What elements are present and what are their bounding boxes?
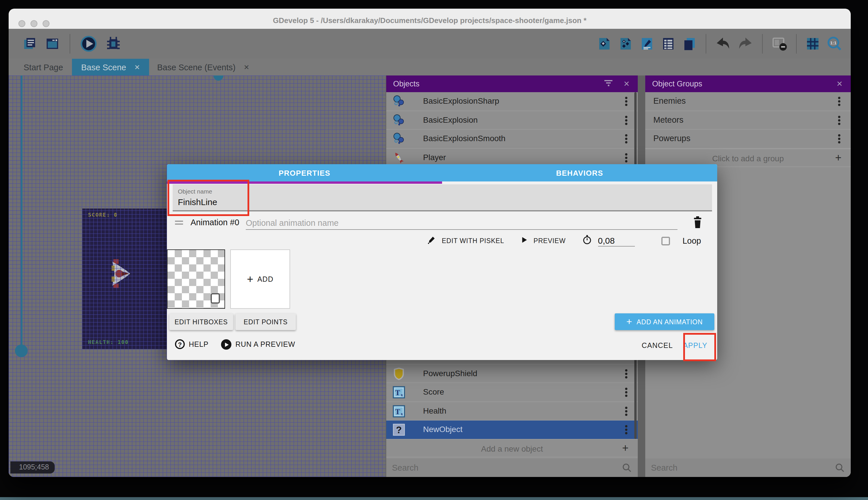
object-menu-icon[interactable] bbox=[625, 138, 627, 140]
group-row-Enemies[interactable]: Enemies bbox=[645, 92, 851, 111]
objects-panel-header: Objects ✕ bbox=[386, 76, 638, 92]
close-panel-icon[interactable]: ✕ bbox=[623, 79, 630, 88]
animation-tools-row: EDIT WITH PISKEL PREVIEW Loop bbox=[427, 233, 701, 248]
drag-handle-icon[interactable] bbox=[175, 220, 183, 222]
groups-list: EnemiesMeteorsPowerups bbox=[645, 92, 851, 148]
group-menu-icon[interactable] bbox=[838, 138, 840, 140]
grid-toggle-icon[interactable] bbox=[805, 36, 820, 51]
plus-icon: + bbox=[247, 273, 253, 285]
object-row-BasicExplosionSharp[interactable]: BasicExplosionSharp bbox=[386, 92, 638, 111]
stopwatch-icon bbox=[582, 235, 592, 247]
object-row-BasicExplosion[interactable]: BasicExplosion bbox=[386, 111, 638, 129]
edit-points-button[interactable]: EDIT POINTS bbox=[235, 314, 296, 330]
search-icon bbox=[622, 463, 632, 473]
play-preview-icon[interactable] bbox=[80, 35, 97, 53]
screenshot-stage: GDevelop 5 - /Users/dkarakay/Documents/G… bbox=[0, 0, 868, 500]
group-row-Powerups[interactable]: Powerups bbox=[645, 129, 851, 148]
tab-base-scene[interactable]: Base Scene ✕ bbox=[72, 59, 149, 76]
objects-editor-icon[interactable] bbox=[597, 36, 612, 51]
object-menu-icon[interactable] bbox=[625, 100, 627, 103]
svg-text:T: T bbox=[395, 388, 400, 397]
group-menu-icon[interactable] bbox=[838, 119, 840, 121]
animation-frame-thumbnail[interactable] bbox=[167, 249, 225, 309]
frame-duration-input[interactable] bbox=[598, 235, 635, 246]
object-row-PowerupShield[interactable]: PowerupShield bbox=[386, 364, 638, 383]
object-menu-icon[interactable] bbox=[625, 372, 627, 375]
question-icon: ? bbox=[391, 422, 406, 437]
object-row-BasicExplosionSmooth[interactable]: BasicExplosionSmooth bbox=[386, 129, 638, 148]
add-animation-button[interactable]: + ADD AN ANIMATION bbox=[615, 314, 714, 330]
object-row-Score[interactable]: TxScore bbox=[386, 383, 638, 402]
add-object-row[interactable]: Add a new object + bbox=[386, 439, 638, 457]
close-panel-icon[interactable]: ✕ bbox=[836, 79, 843, 88]
run-preview-button[interactable]: RUN A PREVIEW bbox=[221, 339, 295, 350]
project-manager-icon[interactable] bbox=[22, 36, 37, 51]
object-menu-icon[interactable] bbox=[625, 119, 627, 121]
tab-start-page[interactable]: Start Page bbox=[14, 59, 72, 76]
objects-search-input[interactable] bbox=[392, 461, 593, 475]
close-tab-icon[interactable]: ✕ bbox=[244, 63, 249, 71]
rocket-icon bbox=[391, 150, 406, 165]
object-menu-icon[interactable] bbox=[625, 410, 627, 412]
add-frame-tile[interactable]: + ADD bbox=[230, 249, 290, 309]
layers-icon[interactable] bbox=[682, 36, 697, 51]
help-button[interactable]: ? HELP bbox=[175, 339, 209, 349]
scene-window-icon[interactable] bbox=[45, 36, 60, 51]
groups-panel-title: Object Groups bbox=[652, 79, 836, 88]
mask-toggle-icon[interactable] bbox=[771, 36, 787, 52]
text-object-icon: Tx bbox=[391, 385, 406, 400]
selection-edge-line bbox=[21, 76, 22, 351]
object-row-Health[interactable]: TxHealth bbox=[386, 402, 638, 421]
objects-search-row bbox=[386, 458, 638, 477]
object-groups-icon[interactable] bbox=[618, 36, 633, 51]
close-tab-icon[interactable]: ✕ bbox=[134, 63, 140, 71]
redo-icon[interactable] bbox=[737, 36, 753, 52]
preview-play-icon bbox=[520, 236, 528, 246]
group-name: Powerups bbox=[653, 134, 690, 143]
svg-text:x: x bbox=[401, 411, 403, 416]
animation-name-input[interactable] bbox=[246, 216, 678, 230]
object-menu-icon[interactable] bbox=[625, 156, 627, 159]
groups-search-input[interactable] bbox=[651, 461, 815, 475]
group-menu-icon[interactable] bbox=[838, 100, 840, 103]
edit-with-piskel-button[interactable]: EDIT WITH PISKEL bbox=[442, 237, 504, 244]
debug-icon[interactable] bbox=[105, 35, 122, 53]
search-icon bbox=[835, 463, 845, 473]
object-name: Health bbox=[423, 406, 446, 415]
objects-list-top: BasicExplosionSharpBasicExplosionBasicEx… bbox=[386, 92, 638, 167]
object-menu-icon[interactable] bbox=[625, 429, 627, 431]
dialog-footer: ? HELP RUN A PREVIEW CANCEL APPLY bbox=[167, 337, 717, 355]
undo-icon[interactable] bbox=[715, 36, 731, 52]
delete-animation-icon[interactable] bbox=[691, 215, 705, 230]
cancel-button[interactable]: CANCEL bbox=[642, 342, 673, 350]
tab-behaviors[interactable]: BEHAVIORS bbox=[442, 164, 717, 181]
object-name: Player bbox=[423, 152, 446, 162]
svg-text:?: ? bbox=[396, 425, 402, 435]
selection-handle-dot[interactable] bbox=[15, 344, 28, 357]
zoom-1-1-icon[interactable]: 1:1 bbox=[826, 36, 843, 52]
tab-base-scene-events[interactable]: Base Scene (Events) ✕ bbox=[148, 59, 259, 76]
piskel-pencil-icon bbox=[427, 235, 436, 246]
plus-icon: + bbox=[622, 442, 629, 454]
object-name-field[interactable]: Object name FinishLine bbox=[173, 184, 712, 212]
animation-title: Animation #0 bbox=[190, 218, 239, 227]
object-name: Score bbox=[423, 387, 444, 396]
instances-list-icon[interactable] bbox=[661, 36, 676, 51]
groups-panel-header: Object Groups ✕ bbox=[645, 76, 851, 92]
tab-properties[interactable]: PROPERTIES bbox=[167, 164, 442, 181]
toolbar-separator bbox=[762, 34, 763, 54]
properties-icon[interactable] bbox=[640, 36, 655, 51]
annotation-box-object-name bbox=[167, 180, 249, 216]
plus-icon: + bbox=[626, 316, 632, 328]
object-row-NewObject[interactable]: ?NewObject bbox=[386, 421, 638, 439]
object-menu-icon[interactable] bbox=[625, 391, 627, 394]
dialog-tabbar: PROPERTIES BEHAVIORS bbox=[167, 164, 717, 181]
shield-icon bbox=[391, 366, 406, 381]
group-row-Meteors[interactable]: Meteors bbox=[645, 111, 851, 129]
toolbar-left-group bbox=[22, 29, 122, 59]
filter-icon[interactable] bbox=[603, 77, 614, 91]
preview-button[interactable]: PREVIEW bbox=[533, 237, 566, 244]
groups-search-row bbox=[645, 458, 851, 477]
edit-hitboxes-button[interactable]: EDIT HITBOXES bbox=[169, 314, 233, 330]
loop-checkbox[interactable] bbox=[661, 237, 670, 245]
